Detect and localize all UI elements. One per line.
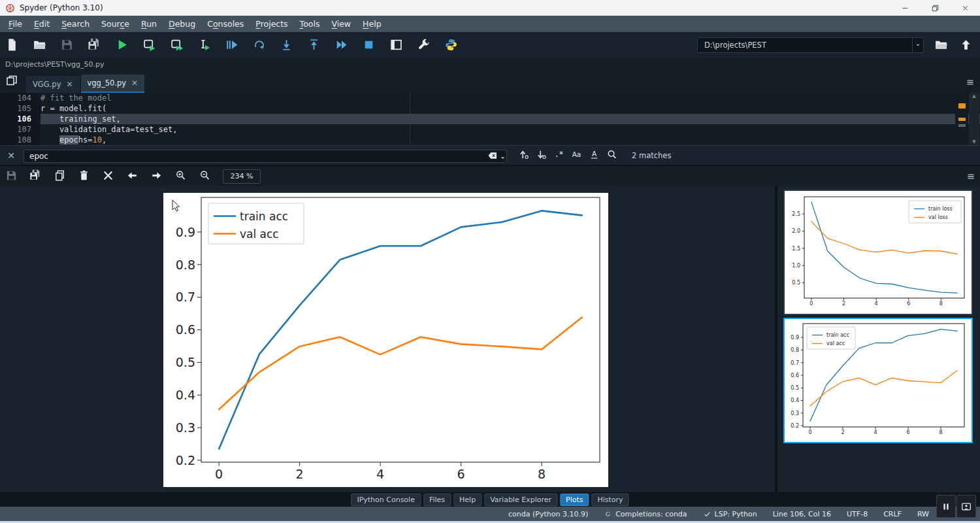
regex-button[interactable]: .* [553, 148, 567, 163]
line-number: 105 [0, 103, 41, 114]
code-editor[interactable]: 104# fit the model105r = model.fit(106 t… [0, 93, 980, 145]
copy-plot-button[interactable] [54, 169, 67, 183]
plots-splitter[interactable] [775, 186, 777, 492]
save-all-plot-button[interactable] [29, 169, 43, 183]
run-cell-advance-icon [170, 38, 184, 52]
editor-tab-bar: VGG.py✕vgg_50.py✕ [0, 71, 980, 93]
search-input[interactable] [24, 150, 507, 163]
parent-dir-button[interactable] [959, 38, 973, 52]
menu-run[interactable]: Run [135, 17, 163, 31]
svg-text:2: 2 [841, 430, 844, 435]
lsp-status[interactable]: LSP: Python [703, 510, 757, 518]
remove-plot-button[interactable] [78, 169, 91, 183]
run-cell-icon [142, 38, 157, 52]
completions-status[interactable]: Completions: conda [604, 510, 687, 518]
search-match-flag[interactable] [958, 118, 966, 121]
menu-search[interactable]: Search [56, 17, 95, 31]
stop-button[interactable] [362, 38, 376, 52]
pane-tab-files[interactable]: Files [423, 494, 451, 506]
plots-options-menu-icon[interactable] [966, 171, 976, 180]
browse-tabs-button[interactable] [5, 74, 21, 90]
menu-projects[interactable]: Projects [250, 17, 293, 31]
python-env-button[interactable] [444, 38, 459, 52]
highlight-matches-button[interactable] [606, 148, 620, 163]
interpreter-status[interactable]: conda (Python 3.10.9) [508, 510, 588, 518]
open-file-button[interactable] [33, 38, 47, 52]
next-plot-button[interactable] [150, 169, 164, 183]
run-cell-advance-button[interactable] [170, 38, 184, 52]
pane-tab-plots[interactable]: Plots [560, 494, 589, 506]
loss-plot-thumbnail[interactable]: 024680.51.01.52.02.5train lossval loss [783, 190, 973, 315]
editor-tab-vgg_50.py[interactable]: vgg_50.py✕ [81, 75, 145, 93]
menu-help[interactable]: Help [357, 17, 387, 31]
continue-button[interactable] [335, 38, 349, 52]
new-file-button[interactable] [5, 38, 20, 52]
run-icon [115, 38, 129, 52]
chevron-down-icon[interactable] [912, 38, 923, 52]
close-tab-icon[interactable]: ✕ [66, 80, 73, 89]
save-all-button[interactable] [88, 38, 102, 52]
pause-overlay-button[interactable] [936, 495, 956, 518]
find-next-button[interactable] [535, 148, 549, 163]
webcam-overlay-button[interactable] [956, 495, 976, 518]
step-return-button[interactable] [307, 38, 321, 52]
run-selection-button[interactable] [197, 38, 212, 52]
close-find-button[interactable]: ✕ [5, 150, 17, 161]
plots-toolbar: 234 % [0, 165, 980, 186]
editor-tab-VGG.py[interactable]: VGG.py✕ [26, 76, 80, 93]
rerun-button[interactable] [252, 38, 267, 52]
close-button[interactable] [950, 0, 980, 16]
scroll-flag[interactable] [958, 124, 966, 127]
zoom-in-plot-button[interactable] [174, 169, 188, 183]
accuracy-plot-thumbnail[interactable]: 024680.20.30.40.50.60.70.80.9train accva… [783, 318, 973, 443]
scroll-down-icon[interactable]: ▼ [972, 139, 975, 145]
svg-text:6: 6 [906, 430, 909, 435]
save-plot-button[interactable] [5, 169, 19, 183]
maximize-pane-button[interactable] [389, 38, 404, 52]
remove-all-plot-button[interactable] [102, 169, 116, 183]
editor-options-menu-icon[interactable] [965, 77, 975, 86]
svg-text:val acc: val acc [240, 228, 279, 241]
menu-tools[interactable]: Tools [294, 17, 326, 31]
search-history-caret-icon[interactable] [499, 152, 506, 159]
pane-tab-help[interactable]: Help [453, 494, 482, 506]
svg-text:0.5: 0.5 [791, 385, 799, 391]
menu-consoles[interactable]: Consoles [201, 17, 250, 31]
zoom-out-plot-button[interactable] [199, 169, 212, 183]
minimize-button[interactable] [890, 0, 920, 16]
pane-tab-history[interactable]: History [591, 494, 629, 506]
scroll-flag-area[interactable] [955, 93, 968, 145]
close-tab-icon[interactable]: ✕ [131, 78, 138, 88]
menu-debug[interactable]: Debug [163, 17, 201, 31]
svg-text:Aa: Aa [572, 150, 581, 158]
case-sensitive-button[interactable]: Aa [570, 148, 585, 163]
pane-tab-ipython-console[interactable]: IPython Console [351, 494, 421, 506]
svg-text:2: 2 [296, 467, 304, 481]
restore-button[interactable] [920, 0, 950, 16]
menu-edit[interactable]: Edit [28, 17, 56, 31]
step-into-icon [280, 38, 294, 52]
pane-tab-variable-explorer[interactable]: Variable Explorer [484, 494, 557, 506]
python-env-icon [444, 38, 459, 52]
preferences-button[interactable] [417, 38, 431, 52]
save-button[interactable] [60, 38, 74, 52]
find-previous-button[interactable] [517, 148, 532, 163]
editor-scrollbar[interactable]: ▲ ▼ [969, 93, 979, 145]
completions-icon [604, 510, 612, 518]
working-directory-selector[interactable]: D:\projects\PEST [697, 37, 924, 53]
browse-dir-button[interactable] [934, 38, 949, 52]
run-cell-button[interactable] [142, 38, 157, 52]
zoom-level: 234 % [223, 169, 261, 184]
menu-file[interactable]: File [3, 17, 28, 31]
scroll-up-icon[interactable]: ▲ [972, 93, 975, 99]
preferences-icon [417, 38, 431, 52]
step-into-button[interactable] [280, 38, 294, 52]
menu-source[interactable]: Source [95, 17, 135, 31]
run-button[interactable] [115, 38, 129, 52]
search-match-flag[interactable] [958, 103, 966, 109]
whole-word-button[interactable]: A [588, 148, 602, 163]
previous-plot-button[interactable] [126, 169, 140, 183]
clear-search-icon[interactable] [487, 150, 498, 161]
menu-view[interactable]: View [325, 17, 357, 31]
debug-file-button[interactable] [225, 38, 239, 52]
